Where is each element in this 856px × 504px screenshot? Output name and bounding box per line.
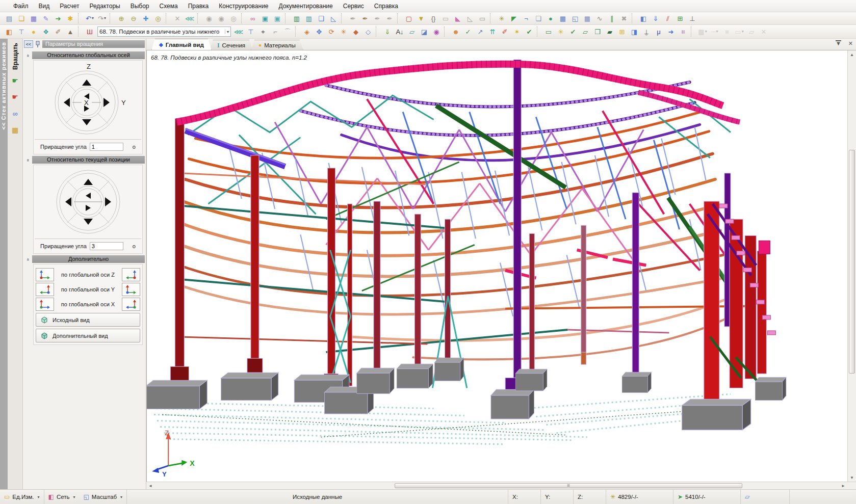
rotate-mode-tab[interactable]: Вращать ☛ ☛ ∞ ▦	[8, 39, 23, 489]
tab-list-icon[interactable]: ▼	[836, 40, 841, 47]
scroll-down-icon[interactable]: ▼	[848, 473, 856, 482]
network-button[interactable]: ◧ Сеть▾	[44, 490, 80, 504]
display-filter-icon[interactable]: ▦▾	[697, 26, 708, 37]
snapshot-view-icon[interactable]: ▣	[272, 13, 283, 24]
global-rotation-dial[interactable]: Z X	[50, 63, 126, 137]
view-along-x-left-button[interactable]	[36, 298, 54, 311]
collapse-section-icon[interactable]: «	[25, 51, 31, 60]
collapse-section-icon[interactable]: «	[25, 255, 31, 263]
grab-mesh-icon[interactable]: ⊞	[675, 13, 686, 24]
polyline-icon[interactable]: ¬	[521, 13, 532, 24]
view-along-z-right-button[interactable]	[122, 268, 140, 281]
layers-down-icon[interactable]: ⇓	[650, 13, 661, 24]
fragment-restore-icon[interactable]: ⋘	[184, 13, 195, 24]
plane-brush-icon[interactable]: ◪	[419, 26, 430, 37]
scheme-selector[interactable]: 68. 78. Подвески в различные узлы нижнег…	[97, 26, 231, 37]
plane-green-icon[interactable]: ▱	[580, 26, 591, 37]
menu-documentation[interactable]: Документирование	[274, 1, 338, 11]
nodes-star-icon[interactable]: ✳	[338, 26, 349, 37]
undo-icon[interactable]: ↶▾	[84, 13, 95, 24]
plane-add-icon[interactable]: ▱	[406, 26, 418, 37]
diagram-bars-icon[interactable]: ▥	[291, 13, 302, 24]
zoom-window-icon[interactable]: ◎	[152, 13, 164, 24]
view-along-x-right-button[interactable]	[122, 298, 140, 311]
frame-table-icon[interactable]: ▦	[557, 13, 568, 24]
brush-airship-icon[interactable]: ✐	[53, 26, 64, 37]
visibility-all-icon[interactable]: ◎	[228, 13, 239, 24]
rotate-right-button[interactable]	[105, 197, 111, 206]
pan-icon[interactable]: ✚	[140, 13, 151, 24]
snapshot-icon[interactable]: ▣	[260, 13, 271, 24]
pen-nodes-icon[interactable]: ✒	[347, 13, 358, 24]
protractor-icon[interactable]: ◺	[328, 13, 339, 24]
rotate-up-button[interactable]	[82, 79, 91, 86]
rotate-cw-button[interactable]	[86, 205, 91, 211]
model-canvas[interactable]: 68. 78. Подвески в различные узлы нижнег…	[146, 50, 847, 482]
add-green-flag-icon[interactable]: ◤	[508, 13, 520, 24]
open-project-icon[interactable]: ❏	[16, 13, 27, 24]
nodes-spread-icon[interactable]: ✥	[314, 26, 325, 37]
view-along-y-left-button[interactable]	[36, 283, 54, 296]
bar-pencil-icon[interactable]: ▭	[543, 26, 554, 37]
delete-icon[interactable]: ✖	[618, 13, 630, 24]
current-angle-increment-input[interactable]	[90, 242, 123, 250]
tower-mast-icon[interactable]: ▲	[65, 26, 76, 37]
select-rect-icon[interactable]: ▢	[403, 13, 414, 24]
text-edit-icon[interactable]: ⊤	[245, 26, 256, 37]
nodes-merge-icon[interactable]: ◇	[362, 26, 374, 37]
visibility-nodes-icon[interactable]: ◉	[216, 13, 227, 24]
equals-lines-icon[interactable]: ≡	[721, 26, 733, 37]
fragment-dotted-box-icon[interactable]: ▦	[12, 124, 18, 136]
rotate-left-button[interactable]	[65, 197, 71, 206]
vertical-scrollbar[interactable]: ▲ ▼	[847, 50, 856, 482]
pen-loads-icon[interactable]: ✒	[372, 13, 383, 24]
menu-selection[interactable]: Выбор	[125, 1, 154, 11]
select-braces-icon[interactable]: {}	[428, 13, 439, 24]
tab-materials[interactable]: ● Материалы	[251, 40, 303, 50]
vertical-scroll-thumb[interactable]	[849, 150, 855, 374]
structural-model-3d[interactable]: Z Y X	[147, 50, 847, 482]
view-along-z-left-button[interactable]	[36, 268, 54, 281]
braces-group-icon[interactable]: ❖	[40, 26, 51, 37]
menu-calculation[interactable]: Расчет	[55, 1, 84, 11]
column-grid-icon[interactable]: ∥	[606, 13, 617, 24]
current-rotation-dial[interactable]	[50, 167, 126, 236]
tab-main-view[interactable]: ◆ Главный вид	[151, 39, 212, 50]
blank-filter-icon[interactable]: ▭▾	[734, 26, 745, 37]
rocket-pen-icon[interactable]: ↗	[475, 26, 486, 37]
solid-select-icon[interactable]: ◧	[638, 13, 649, 24]
arrows-up-row-icon[interactable]: ⇈	[487, 26, 498, 37]
redo-icon[interactable]: ↷▾	[96, 13, 108, 24]
person-mode-icon[interactable]: ☻	[450, 26, 461, 37]
sphere-cylinder-icon[interactable]: ●	[545, 13, 556, 24]
frame-nodes-icon[interactable]: ⌗	[678, 26, 689, 37]
export-doc-icon[interactable]: ➜	[665, 26, 677, 37]
dotted-filter-icon[interactable]: ┄▾	[709, 26, 720, 37]
menu-help[interactable]: Справка	[369, 1, 403, 11]
zoom-out-icon[interactable]: ⊖	[128, 13, 139, 24]
erase-selection-icon[interactable]: ▭	[477, 13, 488, 24]
visibility-elements-icon[interactable]: ◉	[203, 13, 215, 24]
global-angle-increment-input[interactable]	[90, 143, 123, 151]
steel-beam-icon[interactable]: ⊤	[16, 26, 27, 37]
pin-icon[interactable]	[35, 41, 41, 48]
crane-load-icon[interactable]: ⌐	[270, 26, 281, 37]
node-axes-icon[interactable]: ✳	[496, 13, 507, 24]
paste-special-icon[interactable]: ❏	[533, 13, 544, 24]
pages-view-icon[interactable]: ❑	[316, 13, 327, 24]
menu-view[interactable]: Вид	[34, 1, 55, 11]
spiral-icon[interactable]: ∿	[594, 13, 605, 24]
rotate-hand-red-icon[interactable]: ☛	[12, 91, 18, 102]
ruler-pencil-icon[interactable]: ✐	[499, 26, 510, 37]
stamp-down-icon[interactable]: ⊥	[687, 13, 698, 24]
close-view-icon[interactable]: ✕	[848, 40, 853, 47]
book-box-icon[interactable]: ❒	[592, 26, 603, 37]
save-report-icon[interactable]: ✎	[40, 13, 51, 24]
bridge-load-icon[interactable]: ⌒	[282, 26, 293, 37]
deselect-icon[interactable]: ▭	[440, 13, 451, 24]
plane-gray-icon[interactable]: ▱	[746, 26, 757, 37]
axis-node2-icon[interactable]: ✳	[555, 26, 566, 37]
menu-file[interactable]: Файл	[8, 1, 34, 11]
pen-groups-icon[interactable]: ✒	[384, 13, 395, 24]
tab-sections[interactable]: I Сечения	[210, 40, 253, 50]
